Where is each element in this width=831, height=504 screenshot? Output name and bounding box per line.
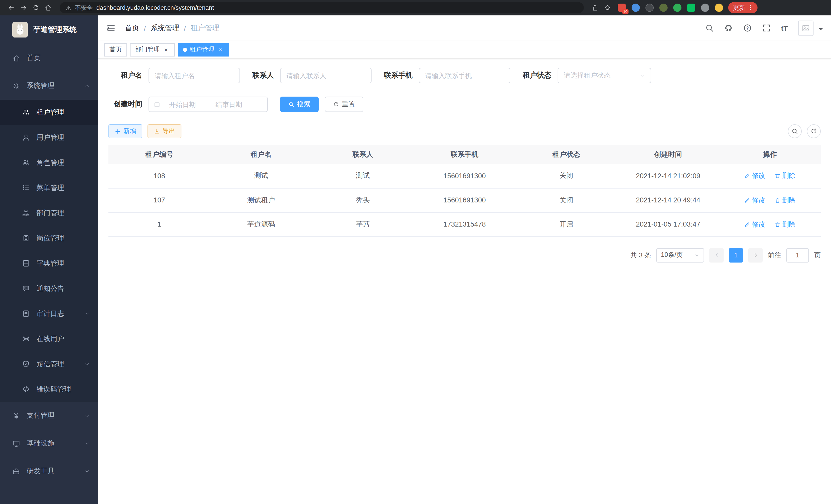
sidebar-item-error-code[interactable]: 错误码管理	[0, 377, 98, 402]
delete-button[interactable]: 删除	[774, 219, 796, 229]
sidebar-item-role[interactable]: 角色管理	[0, 150, 98, 175]
page-size-select[interactable]: 10条/页	[656, 248, 704, 262]
end-date-input[interactable]	[209, 100, 249, 108]
chevron-right-icon	[753, 252, 758, 258]
cell-created: 2021-12-14 20:49:44	[617, 188, 719, 212]
delete-button[interactable]: 删除	[774, 196, 796, 205]
cell-created: 2021-01-05 17:03:47	[617, 212, 719, 236]
avatar-dropdown-caret-icon[interactable]	[819, 28, 823, 32]
avatar[interactable]	[798, 20, 813, 36]
extension-icon[interactable]	[673, 4, 682, 12]
table-row: 108 测试 测试 15601691300 关闭 2021-12-14 21:0…	[109, 164, 821, 188]
browser-home-icon[interactable]	[42, 2, 55, 14]
start-date-input[interactable]	[163, 100, 202, 108]
sidebar-item-dept[interactable]: 部门管理	[0, 200, 98, 226]
extension-icon[interactable]	[632, 4, 640, 12]
breadcrumb-item[interactable]: 首页	[125, 23, 139, 33]
refresh-table-button[interactable]	[807, 124, 821, 138]
sidebar-item-audit-log[interactable]: 审计日志	[0, 301, 98, 326]
status-label: 租户状态	[523, 71, 551, 80]
sidebar-item-notice[interactable]: 通知公告	[0, 276, 98, 301]
export-button[interactable]: 导出	[147, 124, 181, 138]
help-icon[interactable]: ?	[743, 24, 752, 32]
extension-icon[interactable]	[687, 4, 695, 12]
breadcrumb-item[interactable]: 系统管理	[150, 23, 179, 33]
export-button-label: 导出	[163, 127, 175, 136]
cell-actions: 修改 删除	[719, 188, 821, 212]
sidebar: 芋道管理系统 首页 系统管理 租户管理 用户管理 角色管理	[0, 16, 98, 504]
browser-back-icon[interactable]	[5, 2, 18, 14]
browser-forward-icon[interactable]	[18, 2, 30, 14]
reset-button[interactable]: 重置	[325, 97, 363, 112]
sidebar-item-infrastructure[interactable]: 基础设施	[0, 429, 98, 457]
sidebar-item-dict[interactable]: 字典管理	[0, 251, 98, 276]
sidebar-item-tenant[interactable]: 租户管理	[0, 100, 98, 125]
sidebar-item-menu[interactable]: 菜单管理	[0, 175, 98, 200]
sidebar-item-label: 字典管理	[36, 259, 64, 268]
address-bar[interactable]: 不安全 dashboard.yudao.iocoder.cn/system/te…	[60, 2, 584, 13]
cell-created: 2021-12-14 21:02:09	[617, 164, 719, 188]
share-icon[interactable]	[589, 2, 601, 14]
font-size-icon[interactable]: tT	[781, 24, 788, 32]
sidebar-item-user[interactable]: 用户管理	[0, 125, 98, 150]
extension-icon[interactable]	[659, 4, 667, 12]
add-button[interactable]: 新增	[109, 124, 142, 138]
tenant-name-input[interactable]	[148, 68, 240, 83]
contact-input[interactable]	[280, 68, 372, 83]
extension-icon[interactable]	[646, 4, 654, 12]
sidebar-item-dev-tools[interactable]: 研发工具	[0, 457, 98, 485]
extension-icon[interactable]	[701, 4, 709, 12]
delete-button[interactable]: 删除	[774, 171, 796, 181]
fullscreen-icon[interactable]	[762, 24, 771, 32]
edit-button[interactable]: 修改	[744, 171, 765, 181]
close-icon[interactable]	[163, 46, 170, 53]
cell-tenant-id: 108	[109, 164, 210, 188]
bookmark-star-icon[interactable]	[601, 2, 613, 14]
edit-button[interactable]: 修改	[744, 196, 765, 205]
shield-icon	[22, 360, 30, 368]
app-logo[interactable]: 芋道管理系统	[0, 16, 98, 44]
edit-button[interactable]: 修改	[744, 219, 765, 229]
toggle-search-button[interactable]	[788, 124, 802, 138]
goto-page-input[interactable]	[786, 248, 809, 262]
extension-icon[interactable]	[715, 4, 723, 12]
calendar-icon	[154, 101, 160, 108]
home-icon	[12, 54, 20, 62]
gear-icon	[12, 82, 20, 90]
edit-button-label: 修改	[752, 219, 765, 229]
search-button[interactable]: 搜索	[280, 97, 319, 112]
sidebar-item-label: 菜单管理	[36, 183, 64, 192]
cell-contact: 测试	[312, 164, 414, 188]
tag-dept[interactable]: 部门管理	[130, 43, 175, 56]
column-header: 租户名	[210, 145, 312, 164]
prev-page-button[interactable]	[709, 248, 724, 262]
sidebar-item-payment[interactable]: 支付管理	[0, 402, 98, 429]
browser-refresh-icon[interactable]	[30, 2, 42, 14]
sidebar-toggle-icon[interactable]	[106, 23, 116, 33]
cell-tenant-name: 芋道源码	[210, 212, 312, 236]
sidebar-item-system[interactable]: 系统管理	[0, 72, 98, 100]
chevron-left-icon	[714, 252, 719, 258]
table-row: 107 测试租户 秃头 15601691300 关闭 2021-12-14 20…	[109, 188, 821, 212]
tag-home[interactable]: 首页	[104, 43, 127, 56]
close-icon[interactable]	[217, 46, 224, 53]
phone-label: 联系手机	[384, 71, 413, 80]
github-icon[interactable]	[724, 24, 733, 32]
search-icon[interactable]	[705, 24, 714, 32]
date-range-picker[interactable]: -	[148, 97, 268, 112]
tenant-status-select[interactable]: 请选择租户状态	[557, 68, 651, 83]
date-separator: -	[204, 100, 207, 108]
browser-update-button[interactable]: 更新	[728, 2, 757, 13]
phone-input[interactable]	[419, 68, 510, 83]
tag-tenant[interactable]: 租户管理	[178, 43, 229, 56]
sidebar-item-sms[interactable]: 短信管理	[0, 351, 98, 377]
sidebar-item-post[interactable]: 岗位管理	[0, 226, 98, 251]
page-number-current[interactable]: 1	[729, 248, 743, 262]
extension-icon[interactable]: 10	[618, 4, 626, 12]
sidebar-item-online-users[interactable]: 在线用户	[0, 326, 98, 351]
tenant-name-label: 租户名	[109, 71, 142, 80]
sidebar-item-home[interactable]: 首页	[0, 44, 98, 72]
next-page-button[interactable]	[748, 248, 763, 262]
chevron-down-icon	[84, 468, 90, 474]
delete-button-label: 删除	[782, 196, 796, 205]
